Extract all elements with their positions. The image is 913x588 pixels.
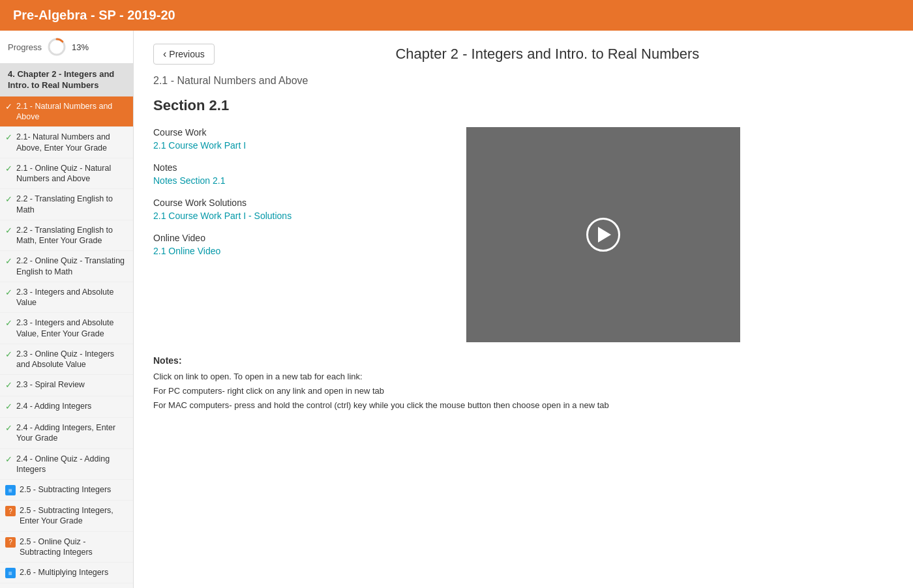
video-link[interactable]: 2.1 Online Video bbox=[153, 246, 220, 256]
check-icon: ✓ bbox=[5, 226, 12, 237]
progress-circle bbox=[47, 37, 67, 57]
app-title: Pre-Algebra - SP - 2019-20 bbox=[13, 8, 175, 22]
chapter-header[interactable]: 4. Chapter 2 - Integers and Intro. to Re… bbox=[0, 64, 133, 96]
sidebar-item-label: 2.5 - Subtracting Integers bbox=[20, 484, 127, 495]
sidebar-item-label: 2.4 - Adding Integers bbox=[16, 401, 127, 411]
sidebar-item-8[interactable]: ✓ 2.3 - Online Quiz - Integers and Absol… bbox=[0, 344, 133, 375]
play-button[interactable] bbox=[586, 218, 620, 252]
sidebar-item-3[interactable]: ✓ 2.2 - Translating English to Math bbox=[0, 189, 133, 220]
course-work-label: Course Work bbox=[153, 127, 453, 138]
sidebar-item-10[interactable]: ✓ 2.4 - Adding Integers bbox=[0, 396, 133, 418]
sidebar-item-label: 2.4 - Online Quiz - Adding Integers bbox=[16, 454, 127, 475]
sidebar-item-active[interactable]: ✓ 2.1 - Natural Numbers and Above bbox=[0, 96, 133, 128]
sidebar-item-11[interactable]: ✓ 2.4 - Adding Integers, Enter Your Grad… bbox=[0, 418, 133, 449]
sidebar-item-13[interactable]: ≡ 2.5 - Subtracting Integers bbox=[0, 480, 133, 501]
notes-section: Notes: Click on link to open. To open in… bbox=[153, 355, 893, 413]
sidebar-item-2[interactable]: ✓ 2.1 - Online Quiz - Natural Numbers an… bbox=[0, 158, 133, 190]
sidebar-item-9[interactable]: ✓ 2.3 - Spiral Review bbox=[0, 375, 133, 396]
sidebar-item-4[interactable]: ✓ 2.2 - Translating English to Math, Ent… bbox=[0, 220, 133, 252]
app-header: Pre-Algebra - SP - 2019-20 bbox=[0, 0, 913, 31]
check-icon: ✓ bbox=[5, 423, 12, 434]
online-video-section: Online Video 2.1 Online Video bbox=[153, 233, 453, 256]
previous-button[interactable]: ‹ Previous bbox=[153, 44, 215, 65]
solutions-section: Course Work Solutions 2.1 Course Work Pa… bbox=[153, 198, 453, 221]
progress-label: Progress bbox=[8, 42, 42, 52]
sidebar-item-label: 2.2 - Translating English to Math, Enter… bbox=[16, 225, 127, 246]
sidebar-item-7[interactable]: ✓ 2.3 - Integers and Absolute Value, Ent… bbox=[0, 313, 133, 344]
notes-line-2: For PC computers- right click on any lin… bbox=[153, 384, 893, 398]
sidebar-item-14[interactable]: ? 2.5 - Subtracting Integers, Enter Your… bbox=[0, 501, 133, 532]
document-icon: ≡ bbox=[5, 485, 16, 495]
sidebar-item-label: 2.4 - Adding Integers, Enter Your Grade bbox=[16, 422, 127, 444]
sidebar-item-1[interactable]: ✓ 2.1- Natural Numbers and Above, Enter … bbox=[0, 127, 133, 158]
check-icon: ✓ bbox=[5, 402, 12, 413]
top-bar: ‹ Previous Chapter 2 - Integers and Intr… bbox=[153, 44, 893, 65]
course-work-section: Course Work 2.1 Course Work Part I bbox=[153, 127, 453, 151]
document-icon: ≡ bbox=[5, 568, 16, 578]
sidebar-item-label: 2.3 - Integers and Absolute Value bbox=[16, 287, 127, 308]
check-icon: ✓ bbox=[5, 256, 12, 267]
check-icon: ✓ bbox=[5, 194, 12, 205]
sidebar-item-label: 2.3 - Integers and Absolute Value, Enter… bbox=[16, 317, 127, 339]
check-icon: ✓ bbox=[5, 380, 12, 391]
notes-line-3: For MAC computers- press and hold the co… bbox=[153, 398, 893, 413]
prev-button-label: Previous bbox=[169, 49, 204, 59]
notes-link[interactable]: Notes Section 2.1 bbox=[153, 175, 226, 186]
content-links: Course Work 2.1 Course Work Part I Notes… bbox=[153, 127, 453, 342]
solutions-link[interactable]: 2.1 Course Work Part I - Solutions bbox=[153, 211, 292, 221]
sidebar-item-label: 2.6 - Multiplying Integers bbox=[20, 567, 127, 578]
main-content: ‹ Previous Chapter 2 - Integers and Intr… bbox=[134, 31, 913, 588]
sidebar-item-label: 2.2 - Online Quiz - Translating English … bbox=[16, 256, 127, 277]
sidebar-item-label: 2.5 - Online Quiz - Subtracting Integers bbox=[20, 537, 127, 558]
sidebar-item-15[interactable]: ? 2.5 - Online Quiz - Subtracting Intege… bbox=[0, 532, 133, 563]
question-icon: ? bbox=[5, 537, 16, 548]
check-icon: ✓ bbox=[5, 287, 12, 299]
sidebar-item-5[interactable]: ✓ 2.2 - Online Quiz - Translating Englis… bbox=[0, 251, 133, 282]
sidebar-item-label: 2.1- Natural Numbers and Above, Enter Yo… bbox=[16, 132, 127, 153]
sidebar-item-label: 2.1 - Online Quiz - Natural Numbers and … bbox=[16, 163, 127, 184]
notes-label: Notes bbox=[153, 162, 453, 173]
sidebar-item-label: 2.3 - Online Quiz - Integers and Absolut… bbox=[16, 349, 127, 370]
sidebar-item-17[interactable]: ? 2.6 - Multiplying Integers, Enter Your… bbox=[0, 583, 133, 588]
sidebar: Progress 13% 4. Chapter 2 - Integers and… bbox=[0, 31, 134, 588]
notes-body: Click on link to open. To open in a new … bbox=[153, 370, 893, 413]
video-player[interactable] bbox=[466, 127, 740, 342]
sidebar-item-6[interactable]: ✓ 2.3 - Integers and Absolute Value bbox=[0, 282, 133, 314]
sidebar-item-16[interactable]: ≡ 2.6 - Multiplying Integers bbox=[0, 563, 133, 583]
section-heading: Section 2.1 bbox=[153, 97, 893, 114]
check-icon: ✓ bbox=[5, 102, 12, 113]
sidebar-item-label: 2.5 - Subtracting Integers, Enter Your G… bbox=[20, 505, 127, 527]
solutions-label: Course Work Solutions bbox=[153, 198, 453, 208]
check-icon: ✓ bbox=[5, 349, 12, 360]
notes-heading: Notes: bbox=[153, 355, 893, 366]
sidebar-item-label: 2.2 - Translating English to Math bbox=[16, 194, 127, 215]
course-work-link[interactable]: 2.1 Course Work Part I bbox=[153, 140, 246, 151]
notes-line-1: Click on link to open. To open in a new … bbox=[153, 370, 893, 384]
progress-percent: 13% bbox=[72, 42, 89, 52]
check-icon: ✓ bbox=[5, 164, 12, 175]
section-subtitle: 2.1 - Natural Numbers and Above bbox=[153, 75, 893, 87]
chevron-left-icon: ‹ bbox=[163, 48, 166, 60]
sidebar-item-label: 2.1 - Natural Numbers and Above bbox=[16, 101, 127, 123]
question-icon: ? bbox=[5, 506, 16, 516]
progress-area: Progress 13% bbox=[0, 31, 133, 64]
sidebar-item-label: 2.3 - Spiral Review bbox=[16, 379, 127, 390]
check-icon: ✓ bbox=[5, 132, 12, 143]
play-triangle-icon bbox=[598, 227, 611, 243]
sidebar-item-12[interactable]: ✓ 2.4 - Online Quiz - Adding Integers bbox=[0, 449, 133, 480]
check-icon: ✓ bbox=[5, 318, 12, 329]
notes-links-section: Notes Notes Section 2.1 bbox=[153, 162, 453, 186]
video-label: Online Video bbox=[153, 233, 453, 243]
check-icon: ✓ bbox=[5, 454, 12, 465]
chapter-title: Chapter 2 - Integers and Intro. to Real … bbox=[395, 46, 725, 63]
